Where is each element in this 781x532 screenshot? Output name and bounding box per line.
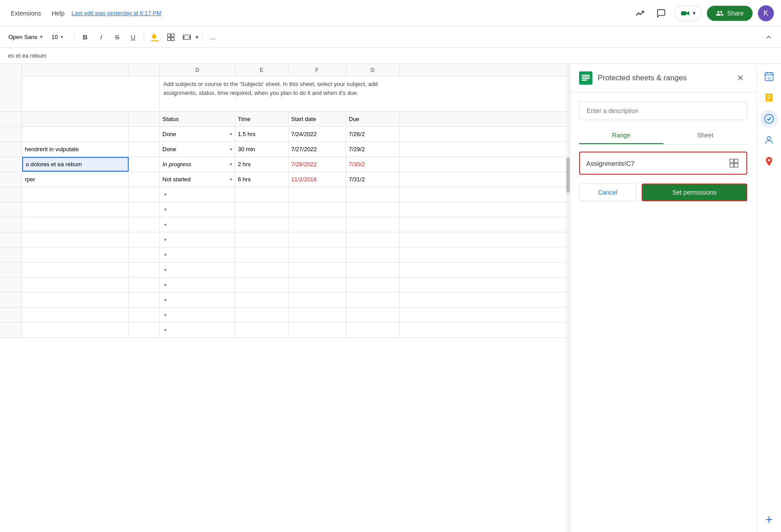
sidebar-icon-calendar[interactable]: 31: [760, 67, 778, 85]
right-sidebar: 31: [756, 64, 781, 532]
comments-icon[interactable]: [653, 5, 669, 21]
col-header-f[interactable]: F: [288, 64, 346, 76]
sidebar-icon-maps[interactable]: [760, 153, 778, 170]
font-size-select[interactable]: 10 ▼: [48, 32, 71, 42]
cell-r2-status[interactable]: Done ▾: [160, 142, 235, 156]
collapse-toolbar-button[interactable]: [761, 30, 776, 44]
table-row: ▾: [0, 323, 570, 338]
header-due: Due: [346, 112, 399, 126]
merge-button[interactable]: [180, 30, 194, 44]
table-row: hendrerit in vulputate Done ▾ 30 min 7/2…: [0, 142, 570, 157]
font-size-chevron: ▼: [59, 35, 64, 39]
cell-r2-due[interactable]: 7/29/2: [346, 142, 399, 156]
toolbar-divider-2: [144, 32, 144, 43]
svg-marker-1: [686, 11, 689, 15]
cell-r4-time[interactable]: 6 hrs: [235, 172, 288, 187]
col-header-d[interactable]: D: [160, 64, 235, 76]
col-header-blank[interactable]: [22, 64, 129, 76]
share-button[interactable]: Share: [707, 6, 753, 21]
main-content: D E F G Add subjects or course to the 'S…: [0, 64, 781, 532]
cell-r3-b[interactable]: [129, 157, 160, 172]
more-options-button[interactable]: ...: [206, 30, 220, 44]
cell-r4-b[interactable]: [129, 172, 160, 187]
cell-r2-time[interactable]: 30 min: [235, 142, 288, 156]
svg-point-31: [768, 159, 770, 161]
share-label: Share: [727, 10, 744, 17]
cell-r3-status[interactable]: In progress ▾: [160, 157, 235, 172]
svg-rect-19: [734, 164, 738, 167]
scroll-thumb[interactable]: [566, 157, 570, 193]
panel-title: Protected sheets & ranges: [598, 74, 728, 82]
grid-select-icon[interactable]: [728, 157, 740, 169]
user-avatar[interactable]: K: [758, 5, 774, 21]
tab-range[interactable]: Range: [579, 127, 663, 144]
cell-r3-a-selected[interactable]: o dolores et ea rebum: [22, 157, 129, 172]
cell-r1-b[interactable]: [129, 127, 160, 141]
col-header-g[interactable]: G: [346, 64, 399, 76]
cell-r1-due[interactable]: 7/26/2: [346, 127, 399, 141]
range-sheet-tabs: Range Sheet: [579, 127, 747, 145]
last-edit-text: Last edit was yesterday at 6:17 PM: [71, 10, 161, 16]
svg-point-30: [767, 137, 771, 140]
scroll-track[interactable]: [566, 64, 570, 532]
sidebar-add-button[interactable]: [760, 511, 778, 528]
description-input[interactable]: [579, 102, 747, 120]
cell-r2-startdate[interactable]: 7/27/2022: [288, 142, 346, 156]
font-family-select[interactable]: Open Sans ▼: [5, 32, 47, 42]
set-permissions-button[interactable]: Set permissions: [642, 184, 747, 201]
sidebar-icon-tasks[interactable]: [760, 110, 778, 128]
cell-r1-status[interactable]: Done ▾: [160, 127, 235, 141]
svg-rect-0: [681, 11, 686, 15]
fill-color-button[interactable]: [148, 30, 162, 44]
cell-r4-status[interactable]: Not started ▾: [160, 172, 235, 187]
cell-r4-due[interactable]: 7/31/2: [346, 172, 399, 187]
dropdown-arrow-r3: ▾: [230, 162, 232, 167]
underline-button[interactable]: U: [126, 30, 140, 44]
cell-r1-startdate[interactable]: 7/24/2022: [288, 127, 346, 141]
cell-r3-startdate[interactable]: 7/28/2022: [288, 157, 346, 172]
analytics-icon[interactable]: [632, 5, 648, 21]
tab-sheet[interactable]: Sheet: [663, 127, 748, 144]
dropdown-arrow-e3: ▾: [164, 222, 166, 227]
menu-help[interactable]: Help: [48, 8, 68, 19]
menu-extensions[interactable]: Extensions: [7, 8, 44, 19]
table-row: ▾: [0, 278, 570, 293]
italic-button[interactable]: I: [94, 30, 108, 44]
cell-r3-due[interactable]: 7/30/2: [346, 157, 399, 172]
borders-button[interactable]: [164, 30, 178, 44]
sidebar-icon-contacts[interactable]: [760, 131, 778, 149]
col-header-c[interactable]: [129, 64, 160, 76]
meet-button[interactable]: ▾: [674, 5, 702, 21]
cell-r2-a[interactable]: hendrerit in vulputate: [22, 142, 129, 156]
svg-rect-13: [582, 76, 590, 77]
svg-rect-6: [167, 37, 170, 40]
svg-rect-12: [582, 75, 590, 76]
cell-r2-b[interactable]: [129, 142, 160, 156]
cell-r4-a[interactable]: rper: [22, 172, 129, 187]
table-row: ▾: [0, 232, 570, 247]
description-text: Add subjects or course to the 'Subjects'…: [160, 76, 382, 111]
dropdown-arrow-e5: ▾: [164, 252, 166, 257]
header-start-date: Start date: [288, 112, 346, 126]
cell-r1-time[interactable]: 1.5 hrs: [235, 127, 288, 141]
font-family-chevron: ▼: [39, 35, 43, 39]
cell-r4-startdate[interactable]: 11/2/2016: [288, 172, 346, 187]
range-input[interactable]: [586, 160, 724, 167]
svg-rect-17: [734, 159, 738, 163]
toolbar-divider-3: [202, 32, 202, 43]
cell-r1-a[interactable]: [22, 127, 129, 141]
col-header-e[interactable]: E: [235, 64, 288, 76]
header-cell-b: [129, 112, 160, 126]
panel-close-button[interactable]: ✕: [733, 71, 747, 85]
dropdown-arrow-r4: ▾: [230, 177, 232, 182]
panel-body: Range Sheet Cancel Set permissions: [570, 93, 756, 532]
row-num-r4: [0, 172, 22, 187]
sheets-icon: [579, 71, 592, 85]
sidebar-icon-keep[interactable]: [760, 89, 778, 106]
top-bar: Extensions Help Last edit was yesterday …: [0, 0, 781, 27]
bold-button[interactable]: B: [78, 30, 92, 44]
cell-r3-time[interactable]: 2 hrs: [235, 157, 288, 172]
cancel-button[interactable]: Cancel: [579, 184, 636, 201]
strikethrough-button[interactable]: S: [110, 30, 124, 44]
header-row: Status Time Start date Due: [0, 112, 570, 127]
